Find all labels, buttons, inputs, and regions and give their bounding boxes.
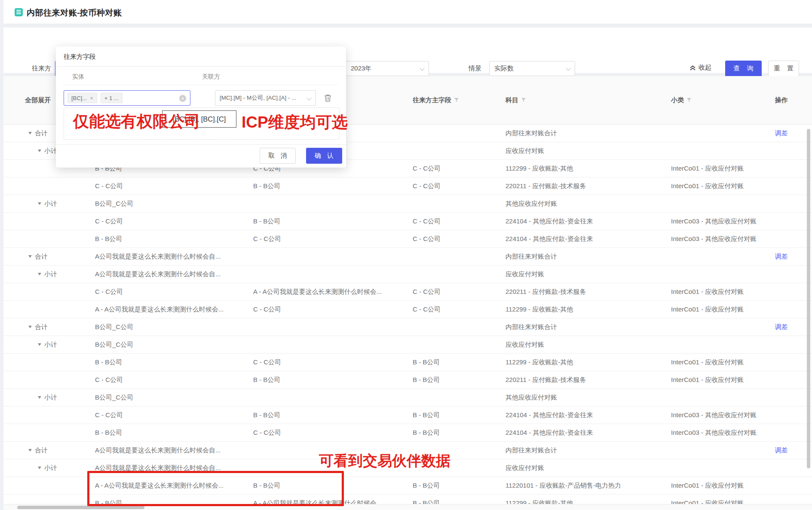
subject-cell: 其他应收应付对账 [499,195,664,212]
filter-funnel-icon[interactable] [521,98,526,103]
subject-cell: 应收应付对账 [499,142,664,159]
partner-column-label: 关联方 [202,73,220,81]
counterparty-label: 往来方 [32,64,51,73]
subject-cell: 内部往来对账合计 [499,318,664,336]
filter-funnel-icon[interactable] [686,98,692,103]
page-title: 内部往来对账-按币种对账 [27,7,122,18]
adjust-link[interactable]: 调差 [775,129,788,137]
divider [64,85,338,85]
subject-cell: 112299 - 应收账款-其他 [499,160,664,177]
subclass-cell: InterCo03 - 其他应收应付对账 [664,230,759,247]
row-level-label: 小计 [44,147,57,155]
main-field-cell [408,336,499,353]
year-select[interactable]: 2023年 [346,61,429,76]
action-cell [759,424,804,441]
collapse-caret-icon[interactable] [28,449,32,452]
subclass-cell: InterCo03 - 其他应收应付对账 [664,424,759,441]
action-cell [759,283,804,300]
partner-cell: C - C公司 [243,230,408,247]
cancel-button[interactable]: 取 消 [260,148,296,164]
search-button[interactable]: 查 询 [725,61,762,76]
main-field-cell: B - B公司 [408,424,499,441]
collapse-caret-icon[interactable] [38,150,41,152]
partner-cell [243,336,408,353]
collapse-toggle[interactable]: 收起 [689,64,711,72]
action-cell [759,230,804,247]
subclass-cell: InterCo01 - 应收应付对账 [664,301,759,318]
collapse-caret-icon[interactable] [28,255,32,258]
col-subject-header: 科目 [499,76,664,124]
entity-cell: C - C公司 [77,406,243,424]
subject-cell: 应收应付对账 [499,266,664,283]
table-row: 合计B公司_C公司内部往来对账合计调差 [3,318,812,336]
entity-cell: A公司我就是要这么长来测测什么时候会自... [77,248,243,265]
subject-cell: 224104 - 其他应付款-资金往来 [499,213,664,230]
subject-cell: 内部往来对账合计 [499,442,664,459]
partner-cell [243,248,408,265]
table-row: C - C公司B - B公司C - C公司220211 - 应付账款-技术服务I… [3,177,812,195]
filter-funnel-icon[interactable] [454,98,459,103]
horizontal-scrollbar-thumb[interactable] [17,506,144,509]
collapse-caret-icon[interactable] [28,326,32,328]
row-level-cell: 小计 [3,336,77,353]
scenario-select[interactable]: 实际数 [489,61,575,76]
clear-input-icon[interactable]: ✕ [179,95,186,102]
vertical-scrollbar-thumb[interactable] [807,129,810,468]
action-cell [759,406,804,424]
collapse-caret-icon[interactable] [38,467,41,469]
entity-more-tag[interactable]: + 1 ... [101,93,123,103]
row-level-cell [3,230,77,247]
adjust-link[interactable]: 调差 [775,323,788,331]
confirm-button[interactable]: 确 认 [306,148,342,164]
vertical-scrollbar[interactable] [806,125,811,490]
partner-cell: B - B公司 [243,371,408,388]
entity-column-label: 实体 [72,73,84,81]
main-field-cell: C - C公司 [408,177,499,195]
divider [56,66,346,67]
partner-cell: C - C公司 [243,354,408,371]
row-level-cell: 小计 [3,266,77,283]
partner-cell: C - C公司 [243,424,408,441]
delete-row-icon[interactable] [324,94,331,102]
partner-select[interactable]: [MC].[M] - M公司, [AC].[A] - ... [215,90,316,106]
entity-tag[interactable]: [BC]...× [67,93,97,103]
entity-multiselect[interactable]: [BC]...× + 1 ... ✕ [64,90,190,106]
action-cell [759,160,804,177]
collapse-caret-icon[interactable] [38,396,41,399]
tag-close-icon[interactable]: × [90,95,93,101]
collapse-caret-icon[interactable] [38,202,41,205]
collapse-caret-icon[interactable] [28,132,32,134]
row-level-cell: 合计 [3,248,77,265]
row-level-cell [3,283,77,300]
subclass-cell [664,248,759,265]
entity-cell: B公司_C公司 [77,318,243,336]
table-row: 小计A公司我就是要这么长来测测什么时候会自...应收应付对账 [3,266,812,283]
subclass-cell: InterCo03 - 其他应收应付对账 [664,406,759,424]
subject-cell: 224104 - 其他应付款-资金往来 [499,230,664,247]
collapse-caret-icon[interactable] [38,343,41,346]
partner-cell: B - B公司 [243,406,408,424]
table-row: 小计B公司_C公司其他应收应付对账 [3,195,812,213]
subject-cell: 220211 - 应付账款-技术服务 [499,371,664,388]
main-field-cell [408,318,499,336]
partner-cell [243,389,408,406]
collapse-caret-icon[interactable] [38,273,41,275]
col-main-field-header: 往来方主字段 [408,76,499,124]
action-cell [759,459,804,476]
table-row: B - B公司C - C公司B - B公司112299 - 应收账款-其他Int… [3,354,812,371]
action-cell [759,354,804,371]
row-level-cell: 小计 [3,389,77,406]
adjust-link[interactable]: 调差 [775,446,788,455]
row-level-cell [3,354,77,371]
entity-cell: B - B公司 [77,354,243,371]
reset-button[interactable]: 重 置 [768,61,799,76]
main-field-cell: C - C公司 [408,283,499,300]
adjust-link[interactable]: 调差 [775,253,788,261]
action-cell [759,336,804,353]
main-field-cell: C - C公司 [408,160,499,177]
row-level-label: 合计 [35,446,48,455]
subject-cell: 内部往来对账合计 [499,125,664,142]
row-level-cell [3,477,77,494]
main-field-cell [408,142,499,159]
main-field-cell: B - B公司 [408,477,499,494]
